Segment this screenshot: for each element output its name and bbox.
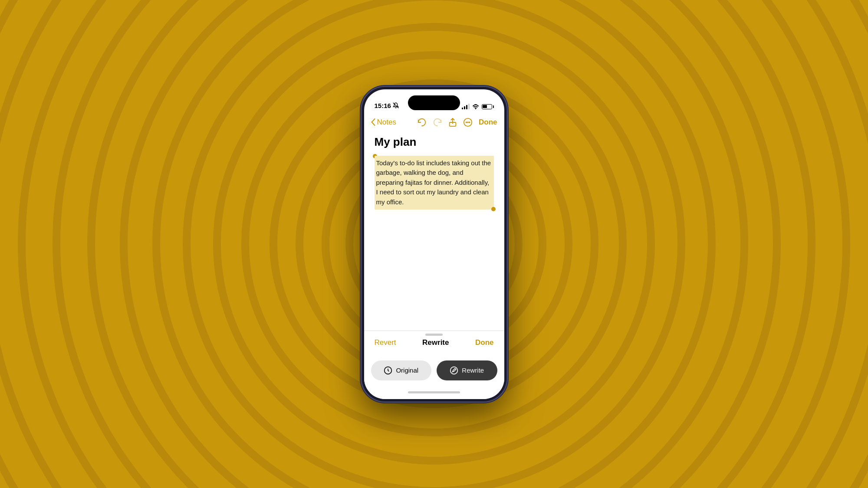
phone: 15:16 <box>362 87 507 402</box>
drag-handle <box>425 334 443 336</box>
redo-icon[interactable] <box>433 118 442 127</box>
rewrite-btn-icon <box>450 366 458 375</box>
note-content[interactable]: My plan Today's to-do list includes taki… <box>364 132 504 331</box>
svg-point-22 <box>466 122 467 123</box>
more-icon[interactable] <box>463 118 473 127</box>
bottom-section: Revert Rewrite Done Original <box>364 331 504 399</box>
signal-bar-1 <box>462 108 463 109</box>
status-icons <box>462 104 494 109</box>
dynamic-island <box>408 95 460 110</box>
rewrite-toolbar-title: Rewrite <box>422 338 449 347</box>
original-icon <box>384 366 392 375</box>
signal-bar-4 <box>468 104 470 109</box>
svg-point-24 <box>469 122 470 123</box>
note-title: My plan <box>375 135 494 149</box>
home-bar <box>408 391 460 393</box>
note-text-container: Today's to-do list includes taking out t… <box>375 156 494 210</box>
phone-screen: 15:16 <box>364 89 504 399</box>
revert-button[interactable]: Revert <box>375 338 396 347</box>
done-button[interactable]: Done <box>479 118 497 127</box>
selection-handle-bottom <box>491 207 496 211</box>
wifi-icon <box>472 104 479 109</box>
back-label: Notes <box>377 118 396 127</box>
signal-bar-3 <box>466 105 467 109</box>
battery-icon <box>482 104 494 109</box>
rewrite-button[interactable]: Rewrite <box>437 360 497 380</box>
svg-point-19 <box>475 108 476 109</box>
original-button[interactable]: Original <box>371 360 432 380</box>
share-icon[interactable] <box>448 118 457 127</box>
status-time: 15:16 <box>375 102 399 109</box>
options-bar: Original Rewrite <box>364 355 504 386</box>
nav-actions: Done <box>417 118 497 127</box>
time-display: 15:16 <box>375 102 391 109</box>
signal-icon <box>462 104 470 109</box>
chevron-left-icon <box>371 118 375 126</box>
home-indicator <box>364 386 504 399</box>
signal-bar-2 <box>464 106 465 109</box>
nav-bar: Notes <box>364 113 504 132</box>
mute-icon <box>393 102 399 108</box>
rewrite-toolbar: Revert Rewrite Done <box>364 331 504 355</box>
note-text-selected: Today's to-do list includes taking out t… <box>375 156 494 210</box>
svg-point-23 <box>467 122 468 123</box>
rewrite-done-button[interactable]: Done <box>475 338 494 347</box>
rewrite-label: Rewrite <box>462 367 484 374</box>
original-label: Original <box>396 367 418 374</box>
back-button[interactable]: Notes <box>371 118 396 127</box>
svg-point-26 <box>450 367 458 374</box>
undo-icon[interactable] <box>417 118 427 127</box>
